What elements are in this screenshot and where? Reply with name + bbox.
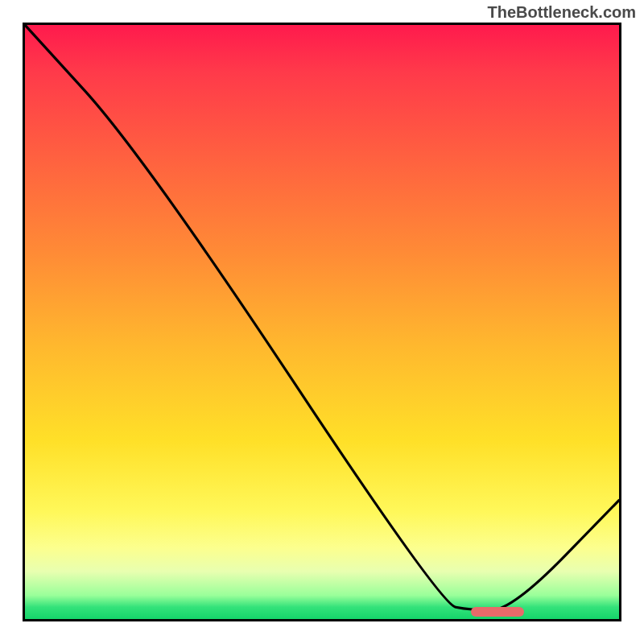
chart-frame	[23, 23, 621, 621]
optimal-range-marker	[471, 607, 524, 617]
bottleneck-curve-path	[25, 25, 619, 610]
watermark-text: TheBottleneck.com	[488, 3, 636, 22]
chart-curve-svg	[25, 25, 619, 619]
